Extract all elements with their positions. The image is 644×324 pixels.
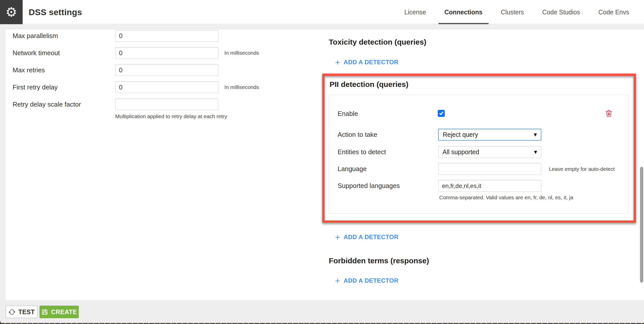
enable-label: Enable — [338, 110, 358, 118]
plus-icon: + — [335, 233, 340, 241]
tab-code-studios[interactable]: Code Studios — [536, 0, 586, 24]
window-bottom-edge — [0, 323, 644, 324]
add-detector-toxicity-button[interactable]: + ADD A DETECTOR — [335, 58, 398, 67]
max-parallelism-label: Max parallelism — [13, 32, 115, 40]
action-to-take-select[interactable]: Reject query ▼ — [438, 129, 541, 141]
add-detector-label: ADD A DETECTOR — [344, 277, 398, 284]
supported-languages-row: Supported languages — [338, 180, 541, 192]
footer-bar: TEST CREATE — [0, 301, 644, 324]
trash-icon — [604, 109, 613, 118]
first-retry-delay-label: First retry delay — [13, 83, 115, 91]
test-button-label: TEST — [18, 308, 35, 316]
entities-to-detect-label: Entities to detect — [338, 148, 438, 156]
form-row-max-parallelism: Max parallelism — [13, 27, 259, 44]
dss-settings-page: ⚙ DSS settings License Connections Clust… — [0, 0, 644, 324]
retry-delay-scale-input[interactable] — [115, 99, 218, 110]
network-timeout-helper: In milliseconds — [224, 50, 259, 56]
language-helper: Leave empty for auto-detect — [549, 166, 615, 172]
vertical-scrollbar-thumb[interactable] — [640, 167, 643, 283]
create-button-label: CREATE — [51, 308, 77, 316]
max-retries-label: Max retries — [13, 66, 115, 74]
form-row-network-timeout: Network timeout In milliseconds — [13, 44, 259, 61]
network-timeout-input[interactable] — [115, 47, 218, 59]
chevron-down-icon: ▼ — [534, 132, 537, 137]
retry-delay-scale-label: Retry delay scale factor — [13, 101, 115, 108]
max-parallelism-input[interactable] — [115, 30, 218, 42]
connection-settings-form: Max parallelism Network timeout In milli… — [13, 27, 259, 119]
tab-license[interactable]: License — [398, 0, 432, 24]
supported-languages-helper: Comma-separated. Valid values are en, fr… — [439, 195, 573, 201]
network-timeout-label: Network timeout — [13, 49, 115, 57]
add-detector-forbidden-button[interactable]: + ADD A DETECTOR — [335, 276, 398, 285]
top-header: ⚙ DSS settings License Connections Clust… — [0, 0, 644, 24]
tab-label: Clusters — [501, 9, 524, 16]
save-icon — [41, 309, 48, 315]
entities-to-detect-value: All supported — [442, 148, 479, 156]
first-retry-delay-input[interactable] — [115, 81, 218, 93]
add-detector-label: ADD A DETECTOR — [344, 59, 398, 66]
test-button[interactable]: TEST — [6, 306, 38, 318]
language-row: Language Leave empty for auto-detect — [338, 163, 615, 175]
chevron-down-icon: ▼ — [534, 150, 537, 154]
plus-icon: + — [335, 276, 340, 285]
toxicity-section-title: Toxicity detection (queries) — [329, 38, 426, 46]
refresh-icon — [9, 309, 15, 315]
first-retry-delay-helper: In milliseconds — [224, 84, 259, 90]
tab-label: Connections — [445, 9, 482, 16]
plus-icon: + — [335, 58, 340, 67]
tab-label: License — [404, 9, 426, 16]
supported-languages-input[interactable] — [438, 180, 541, 192]
entities-to-detect-select[interactable]: All supported ▼ — [438, 146, 541, 158]
form-row-retry-delay-scale: Retry delay scale factor — [13, 96, 259, 113]
add-detector-label: ADD A DETECTOR — [344, 234, 398, 241]
form-row-first-retry-delay: First retry delay In milliseconds — [13, 79, 259, 96]
header-tabs: License Connections Clusters Code Studio… — [398, 0, 644, 24]
tab-label: Code Envs — [598, 9, 629, 16]
max-retries-input[interactable] — [115, 64, 218, 76]
action-to-take-label: Action to take — [338, 131, 438, 139]
active-tab-underline — [438, 23, 489, 24]
tab-clusters[interactable]: Clusters — [495, 0, 530, 24]
gear-icon: ⚙ — [6, 6, 17, 19]
form-row-max-retries: Max retries — [13, 61, 259, 79]
check-icon — [439, 111, 443, 115]
retry-delay-scale-helper: Multiplication applied to retry delay at… — [115, 113, 259, 119]
tab-code-envs[interactable]: Code Envs — [592, 0, 635, 24]
enable-checkbox[interactable] — [438, 110, 445, 117]
supported-languages-label: Supported languages — [338, 182, 438, 190]
add-detector-pii-button[interactable]: + ADD A DETECTOR — [335, 233, 398, 241]
tab-label: Code Studios — [542, 9, 580, 16]
forbidden-terms-section-title: Forbidden terms (response) — [329, 256, 429, 265]
language-label: Language — [338, 165, 438, 173]
tab-connections[interactable]: Connections — [438, 0, 489, 24]
create-button[interactable]: CREATE — [39, 306, 79, 318]
language-input[interactable] — [438, 163, 541, 175]
settings-home-button[interactable]: ⚙ — [0, 0, 23, 24]
entities-to-detect-row: Entities to detect All supported ▼ — [338, 146, 541, 158]
page-title: DSS settings — [29, 0, 82, 24]
delete-detector-button[interactable] — [604, 108, 614, 118]
action-to-take-row: Action to take Reject query ▼ — [338, 129, 541, 141]
action-to-take-value: Reject query — [443, 131, 478, 138]
pii-section-title: PII detection (queries) — [330, 80, 408, 89]
